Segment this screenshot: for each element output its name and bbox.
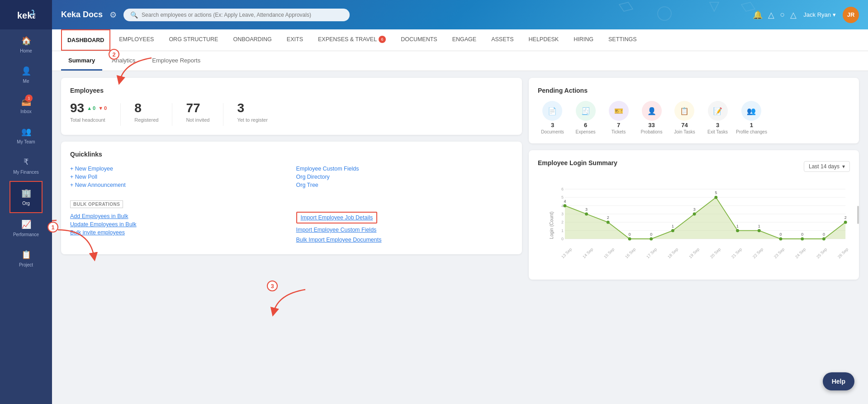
right-column: Pending Actions 📄 3 Documents 🧾 6 Expens… (529, 78, 859, 397)
chevron-down-icon: ▾ (842, 163, 845, 170)
svg-text:5: 5 (561, 195, 564, 200)
pending-item-tickets[interactable]: 🎫 7 Tickets (604, 101, 633, 134)
subtab-summary[interactable]: Summary (61, 51, 102, 71)
quicklink-employee-custom-fields[interactable]: Employee Custom Fields (296, 165, 513, 173)
sidebar-item-me[interactable]: 👤Me (9, 60, 43, 90)
nav-item-expenses-travel[interactable]: EXPENSES & TRAVEL6 (312, 29, 392, 51)
pending-label-documents: Documents (541, 129, 564, 134)
nav-item-dashboard[interactable]: DASHBOARD (61, 29, 110, 51)
pending-actions-list: 📄 3 Documents 🧾 6 Expenses 🎫 7 Tickets (538, 101, 850, 134)
svg-text:0: 0 (801, 232, 803, 237)
sidebar-item-my-team[interactable]: 👥My Team (9, 120, 43, 151)
pending-item-documents[interactable]: 📄 3 Documents (538, 101, 567, 134)
pending-count-probations: 33 (648, 122, 655, 128)
nav-item-org-structure[interactable]: ORG STRUCTURE (162, 29, 224, 51)
total-headcount-value: 93 ▲ 0 ▼ 0 (70, 101, 107, 115)
svg-text:0: 0 (780, 232, 782, 237)
bulk-link-add-bulk[interactable]: Add Employees in Bulk (70, 212, 128, 220)
search-input[interactable] (142, 12, 343, 18)
sidebar-label-inbox: Inbox (20, 109, 31, 114)
chart-filter-dropdown[interactable]: Last 14 days ▾ (804, 161, 850, 172)
svg-text:5: 5 (715, 190, 717, 195)
svg-point-37 (801, 238, 804, 241)
svg-point-35 (779, 238, 783, 241)
pending-icon-join-tasks: 📋 (674, 101, 694, 121)
svg-text:1: 1 (758, 224, 760, 228)
svg-text:1: 1 (672, 224, 674, 228)
svg-point-31 (736, 229, 739, 232)
bell-icon[interactable]: 🔔 (753, 10, 763, 20)
bulk-link-bulk-import-docs[interactable]: Bulk Import Employee Documents (296, 236, 382, 244)
svg-text:2: 2 (844, 215, 847, 220)
performance-icon: 📈 (21, 219, 31, 229)
app-logo: keka (0, 0, 52, 29)
pending-item-expenses[interactable]: 🧾 6 Expenses (571, 101, 600, 134)
sidebar-label-home: Home (20, 48, 32, 53)
nav-item-employees[interactable]: EMPLOYEES (113, 29, 160, 51)
sidebar-item-org[interactable]: 🏢Org (9, 181, 43, 213)
org-icon: 🏢 (21, 188, 31, 198)
user-name-dropdown[interactable]: Jack Ryan ▾ (803, 11, 836, 18)
pending-icon-expenses: 🧾 (576, 101, 596, 121)
quicklink-new-poll[interactable]: + New Poll (70, 173, 287, 181)
svg-text:6: 6 (561, 187, 564, 191)
scrollbar[interactable] (857, 206, 859, 224)
svg-text:2: 2 (561, 220, 564, 224)
nav-item-assets[interactable]: ASSETS (485, 29, 520, 51)
pending-item-profile-changes[interactable]: 👥 1 Profile changes (736, 101, 767, 134)
annotation-number-1: 1 (47, 222, 58, 233)
left-column: Employees 93 ▲ 0 ▼ 0 Total headcount (61, 78, 522, 397)
nav-item-hiring[interactable]: HIRING (567, 29, 600, 51)
sidebar-item-home[interactable]: 🏠Home (9, 29, 43, 60)
chart-area: Login (Count) 012345643200135110002 13 S… (538, 180, 850, 271)
subtab-employee-reports[interactable]: Employee Reports (145, 51, 208, 71)
nav-item-onboarding[interactable]: ONBOARDING (227, 29, 278, 51)
employees-card: Employees 93 ▲ 0 ▼ 0 Total headcount (61, 78, 522, 135)
svg-text:1: 1 (736, 224, 739, 228)
triangle-icon[interactable]: △ (768, 10, 774, 20)
quicklink-new-announcement[interactable]: + New Announcement (70, 181, 287, 189)
pending-item-probations[interactable]: 👤 33 Probations (637, 101, 666, 134)
page-content: Employees 93 ▲ 0 ▼ 0 Total headcount (52, 71, 868, 404)
divider3 (223, 103, 223, 126)
sidebar-label-performance: Performance (13, 232, 39, 237)
search-icon: 🔍 (130, 11, 138, 19)
divider (120, 103, 121, 126)
nav-item-documents[interactable]: DOCUMENTS (394, 29, 444, 51)
bulk-link-bulk-invite[interactable]: Bulk invite employees (70, 228, 125, 237)
bulk-link-import-custom[interactable]: Import Employee Custom Fields (296, 226, 377, 234)
quicklinks-title: Quicklinks (70, 151, 513, 158)
pending-item-exit-tasks[interactable]: 📝 3 Exit Tasks (703, 101, 732, 134)
not-invited-label: Not invited (186, 117, 209, 123)
project-icon: 📋 (21, 250, 31, 260)
quicklinks-col1: + New Employee+ New Poll+ New Announceme… (70, 165, 287, 189)
sidebar-item-inbox[interactable]: 1📥Inbox (9, 90, 43, 120)
sidebar-item-project[interactable]: 📋Project (9, 243, 43, 274)
nav-item-helpdesk[interactable]: HELPDESK (522, 29, 565, 51)
svg-point-21 (628, 238, 631, 241)
quicklink-org-tree[interactable]: Org Tree (296, 181, 513, 189)
sidebar-item-my-finances[interactable]: ₹My Finances (9, 151, 43, 181)
pending-count-profile-changes: 1 (750, 122, 753, 128)
sidebar-nav: 🏠Home👤Me1📥Inbox👥My Team₹My Finances🏢Org📈… (9, 29, 43, 274)
workspace-name: Keka Docs (61, 10, 103, 19)
total-headcount-label: Total headcount (70, 117, 107, 123)
gear-icon[interactable]: ⚙ (109, 10, 117, 20)
svg-point-23 (650, 238, 653, 241)
bulk-link-update-bulk[interactable]: Update Employees in Bulk (70, 220, 137, 228)
help-button[interactable]: Help (823, 372, 854, 390)
login-chart-svg: 012345643200135110002 (560, 180, 850, 252)
sidebar-item-performance[interactable]: 📈Performance (9, 213, 43, 243)
nav-item-engage[interactable]: ENGAGE (446, 29, 483, 51)
quicklink-new-employee[interactable]: + New Employee (70, 165, 287, 173)
nav-item-settings[interactable]: SETTINGS (602, 29, 643, 51)
quicklink-org-directory[interactable]: Org Directory (296, 173, 513, 181)
bulk-link-import-job[interactable]: Import Employee Job Details (296, 212, 378, 223)
sidebar-label-org: Org (22, 201, 30, 206)
avatar[interactable]: JR (843, 7, 859, 23)
svg-point-17 (585, 213, 588, 216)
pending-actions-title: Pending Actions (538, 87, 850, 94)
pending-item-join-tasks[interactable]: 📋 74 Join Tasks (670, 101, 699, 134)
nav-item-exits[interactable]: EXITS (280, 29, 309, 51)
login-summary-title: Employee Login Summary (538, 159, 617, 166)
